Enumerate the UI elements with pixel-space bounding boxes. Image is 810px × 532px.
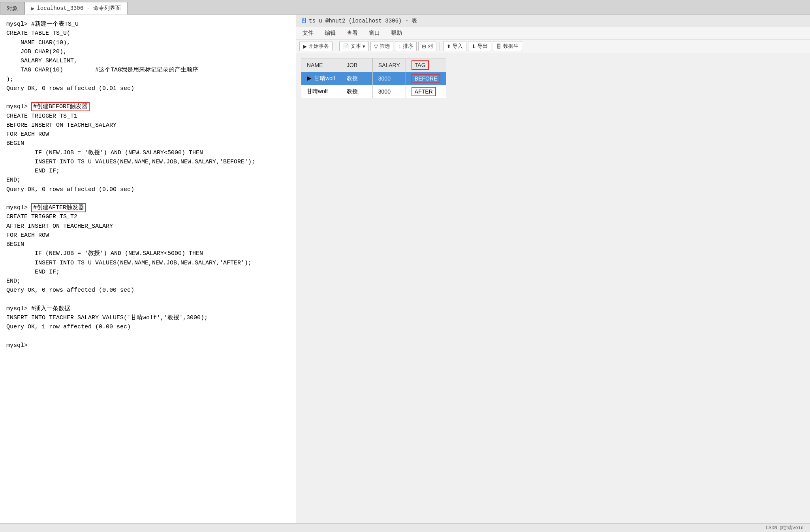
filter-button[interactable]: ▽ 筛选 [370,41,393,51]
table-titlebar: 🗄 ts_u @hnut2 (localhost_3306) - 表 [296,15,810,27]
tag-value-1: BEFORE [412,74,441,83]
terminal-tab-icon: ▶ [31,5,34,12]
columns-button[interactable]: ⊞ 列 [418,41,436,51]
sort-button[interactable]: ↕ 排序 [395,41,417,51]
table-row[interactable]: 甘晴wolf 教授 3000 AFTER [301,85,446,98]
text-icon: 📄 [343,43,349,49]
cell-job-2: 教授 [341,85,372,98]
import-icon: ⬆ [447,43,451,49]
cell-salary-2: 3000 [372,85,406,98]
table-panel: 🗄 ts_u @hnut2 (localhost_3306) - 表 文件 编辑… [296,15,810,523]
tag-value-2: AFTER [412,87,436,96]
export-label: 导出 [477,43,488,50]
export-icon: ⬇ [472,43,476,49]
columns-label: 列 [428,43,433,50]
tab-objects[interactable]: 对象 [0,2,24,15]
menu-edit[interactable]: 编辑 [323,29,337,37]
row-indicator-1: ▶ [307,75,311,81]
terminal-panel[interactable]: mysql> #新建一个表TS_U CREATE TABLE TS_U( NAM… [0,15,296,523]
col-tag-header: TAG [406,58,446,72]
menu-window[interactable]: 窗口 [367,29,382,37]
cell-name-2: 甘晴wolf [301,85,341,98]
text-label: 文本 [351,43,361,50]
filter-label: 筛选 [380,43,390,50]
database-icon: 🗄 [496,43,502,49]
tab-bar: 对象 ▶ localhost_3306 - 命令列界面 [0,0,810,15]
database-button[interactable]: 🗄 数据生 [493,41,522,51]
main-container: mysql> #新建一个表TS_U CREATE TABLE TS_U( NAM… [0,15,810,523]
export-button[interactable]: ⬇ 导出 [468,41,491,51]
menu-bar: 文件 编辑 查看 窗口 帮助 [296,27,810,39]
cell-name-1: ▶ 甘晴wolf [301,72,341,85]
begin-transaction-button[interactable]: ▶ 开始事务 [299,41,333,51]
sort-label: 排序 [403,43,413,50]
terminal-content: mysql> #新建一个表TS_U CREATE TABLE TS_U( NAM… [6,20,289,350]
menu-help[interactable]: 帮助 [389,29,404,37]
text-button[interactable]: 📄 文本 ▾ [339,41,369,51]
data-table: NAME JOB SALARY TAG ▶ 甘晴wolf 教 [301,58,446,98]
db-title-icon: 🗄 [301,18,306,24]
col-salary-header: SALARY [372,58,406,72]
begin-transaction-label: 开始事务 [308,43,329,50]
status-bar: CSDN @甘晴void [0,523,810,532]
table-row[interactable]: ▶ 甘晴wolf 教授 3000 BEFORE [301,72,446,85]
cell-job-1: 教授 [341,72,372,85]
cell-tag-1: BEFORE [406,72,446,85]
terminal-tab-label: localhost_3306 - 命令列界面 [37,5,121,12]
tag-header-highlight: TAG [412,60,429,70]
menu-file[interactable]: 文件 [301,29,315,37]
tab-terminal[interactable]: ▶ localhost_3306 - 命令列界面 [24,2,128,15]
columns-icon: ⊞ [422,43,426,49]
import-button[interactable]: ⬆ 导入 [443,41,466,51]
filter-icon: ▽ [374,43,378,49]
cell-tag-2: AFTER [406,85,446,98]
toolbar-separator-1 [336,42,336,51]
col-job-header: JOB [341,58,372,72]
begin-transaction-icon: ▶ [303,43,307,49]
import-label: 导入 [453,43,463,50]
col-name-header: NAME [301,58,341,72]
cell-salary-1: 3000 [372,72,406,85]
table-header-row: NAME JOB SALARY TAG [301,58,446,72]
menu-view[interactable]: 查看 [345,29,359,37]
objects-tab-label: 对象 [7,5,18,12]
sort-icon: ↕ [398,43,401,49]
status-text: CSDN @甘晴void [766,525,804,531]
toolbar-separator-2 [440,42,440,51]
table-title: ts_u @hnut2 (localhost_3306) - 表 [309,17,417,24]
database-label: 数据生 [503,43,519,50]
toolbar: ▶ 开始事务 📄 文本 ▾ ▽ 筛选 ↕ 排序 ⊞ 列 [296,39,810,53]
text-dropdown-icon: ▾ [363,43,365,49]
data-table-container: NAME JOB SALARY TAG ▶ 甘晴wolf 教 [296,53,810,523]
